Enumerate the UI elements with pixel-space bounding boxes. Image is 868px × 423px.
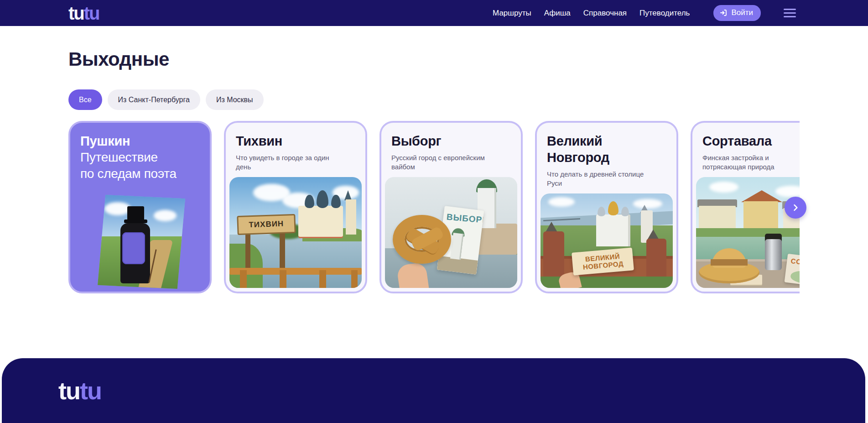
town-sign: ТИХВИН <box>237 214 296 235</box>
railing-post <box>351 270 358 288</box>
card-title: Сортавала <box>702 133 800 149</box>
finnish-house <box>699 206 736 230</box>
logo-part-2: tu <box>84 3 99 23</box>
carousel-viewport: Пушкин Путешествие по следам поэта <box>68 121 800 293</box>
thermos <box>765 239 782 270</box>
filter-chips: Все Из Санкт-Петербурга Из Москвы <box>68 89 264 110</box>
card-tikhvin[interactable]: Тихвин Что увидеть в городе за один день <box>224 121 367 293</box>
card-sortavala[interactable]: Сортавала Финская застройка и потрясающа… <box>691 121 800 293</box>
card-text: Пушкин Путешествие по следам поэта <box>74 126 206 182</box>
login-button-label: Войти <box>731 8 753 17</box>
monastery-building <box>298 206 343 237</box>
nav-item-afisha[interactable]: Афиша <box>544 9 571 18</box>
card-title: Тихвин <box>236 133 350 149</box>
tutu-logo[interactable]: tutu <box>68 4 99 22</box>
onion-dome <box>305 195 314 208</box>
railing-post <box>319 270 326 288</box>
hamburger-menu-icon[interactable] <box>784 9 796 17</box>
cloud <box>548 197 575 207</box>
map-label: СОРТАВАЛА <box>790 257 800 270</box>
pushkin-scene <box>98 195 185 289</box>
filter-chip-from-spb[interactable]: Из Санкт-Петербурга <box>108 89 200 110</box>
card-text: Выборг Русский город с европейским вайбо… <box>385 126 517 172</box>
kremlin-tower <box>646 239 666 280</box>
cathedral <box>596 214 630 246</box>
card-subtitle: Что делать в древней столице Руси <box>547 170 656 188</box>
top-hat <box>127 206 144 221</box>
card-pushkin[interactable]: Пушкин Путешествие по следам поэта <box>68 121 212 293</box>
login-button[interactable]: Войти <box>713 5 761 21</box>
kremlin-tower <box>543 231 564 281</box>
footer-tutu-logo[interactable]: tutu <box>58 378 101 403</box>
card-text: Тихвин Что увидеть в городе за один день <box>229 126 362 172</box>
card-vyborg[interactable]: Выборг Русский город с европейским вайбо… <box>379 121 523 293</box>
page-footer: tutu <box>2 358 865 423</box>
finnish-house <box>743 201 778 230</box>
card-image-novgorod: ВЕЛИКИЙ НОВГОРОД <box>541 193 673 288</box>
login-icon <box>719 9 728 17</box>
bell-tower <box>346 199 356 235</box>
onion-dome <box>331 195 340 208</box>
water <box>696 237 800 261</box>
filter-chip-all[interactable]: Все <box>68 89 102 110</box>
cloud <box>709 182 738 193</box>
card-subtitle: Русский город с европейским вайбом <box>391 153 501 172</box>
house-roof <box>741 190 782 202</box>
top-navigation-bar: tutu Маршруты Афиша Справочная Путеводит… <box>0 0 868 26</box>
card-veliky-novgorod[interactable]: Великий Новгород Что делать в древней ст… <box>535 121 678 293</box>
sortavala-scene: СОРТАВАЛА <box>696 177 800 288</box>
card-title: Выборг <box>391 133 505 149</box>
weekend-cards-carousel: Пушкин Путешествие по следам поэта <box>68 121 800 293</box>
nav-item-routes[interactable]: Маршруты <box>493 9 531 18</box>
railing-post <box>280 270 286 288</box>
filter-chip-from-moscow[interactable]: Из Москвы <box>206 89 264 110</box>
card-subtitle: Финская застройка и потрясающая природа <box>702 153 800 172</box>
nav-item-reference[interactable]: Справочная <box>583 9 627 18</box>
card-title: Великий Новгород <box>547 133 661 166</box>
chevron-right-icon <box>791 203 800 212</box>
carousel-track: Пушкин Путешествие по следам поэта <box>68 121 800 293</box>
card-title: Пушкин <box>80 133 194 149</box>
card-text: Сортавала Финская застройка и потрясающа… <box>696 126 800 172</box>
novgorod-scene: ВЕЛИКИЙ НОВГОРОД <box>541 193 673 288</box>
railing-post <box>240 270 247 288</box>
postcard-tower <box>450 233 463 260</box>
card-image-vyborg: ВЫБОРГ <box>385 177 517 288</box>
vyborg-scene: ВЫБОРГ <box>385 177 517 288</box>
card-text: Великий Новгород Что делать в древней ст… <box>541 126 673 188</box>
tikhvin-scene: ТИХВИН <box>229 177 362 288</box>
carousel-next-button[interactable] <box>785 197 806 219</box>
bridge-railing <box>229 268 362 275</box>
postcard-label: ВЫБОРГ <box>446 212 484 225</box>
card-image-sortavala: СОРТАВАЛА <box>696 177 800 288</box>
hat-band <box>711 259 748 266</box>
nav-item-guidebook[interactable]: Путеводитель <box>639 9 690 18</box>
card-subtitle: Что увидеть в городе за один день <box>236 153 345 172</box>
card-image-tikhvin: ТИХВИН <box>229 177 362 288</box>
logo-part-1: tu <box>58 377 80 404</box>
cloud <box>154 210 177 221</box>
backpack <box>122 232 145 264</box>
card-subtitle: Путешествие по следам поэта <box>80 149 181 182</box>
page-title: Выходные <box>68 48 169 70</box>
card-image-pushkin <box>98 195 185 289</box>
logo-part-1: tu <box>68 3 84 23</box>
main-nav: Маршруты Афиша Справочная Путеводитель В… <box>493 5 796 21</box>
logo-part-2: tu <box>80 377 101 404</box>
